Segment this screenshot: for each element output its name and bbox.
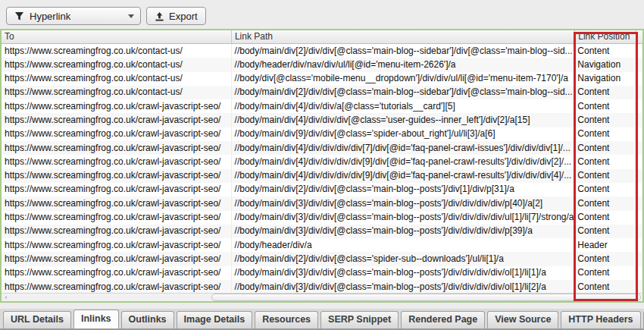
table-row[interactable]: https://www.screamingfrog.co.uk/crawl-ja…: [2, 225, 642, 238]
cell-spacer: [636, 127, 642, 141]
cell-spacer: [636, 183, 642, 196]
cell-link-path: //body/main/div[4]/div/div/div/div[9]/di…: [232, 169, 575, 183]
cell-spacer: [636, 266, 642, 280]
cell-to: https://www.screamingfrog.co.uk/contact-…: [2, 58, 232, 71]
cell-link-position: Content: [574, 266, 636, 280]
cell-to: https://www.screamingfrog.co.uk/crawl-ja…: [2, 211, 232, 225]
cell-to: https://www.screamingfrog.co.uk/crawl-ja…: [2, 252, 232, 266]
export-upload-icon: [155, 11, 164, 21]
cell-to: https://www.screamingfrog.co.uk/contact-…: [2, 72, 232, 86]
cell-to: https://www.screamingfrog.co.uk/crawl-ja…: [2, 196, 232, 210]
inlinks-table-panel: To Link Path Link Position https://www.s…: [0, 29, 644, 303]
table-row[interactable]: https://www.screamingfrog.co.uk/crawl-ja…: [2, 252, 642, 266]
cell-link-position: Content: [574, 44, 636, 58]
table-row[interactable]: https://www.screamingfrog.co.uk/crawl-ja…: [2, 238, 642, 252]
cell-link-path: //body/main/div[2]/div/div[@class='main-…: [232, 86, 575, 99]
cell-link-path: //body/main/div[4]/div/div/a[@class='tut…: [232, 99, 575, 113]
table-row[interactable]: https://www.screamingfrog.co.uk/crawl-ja…: [2, 141, 642, 155]
cell-spacer: [636, 113, 642, 127]
scrollbar-left-arrow-icon[interactable]: ‹: [2, 294, 11, 301]
cell-spacer: [636, 196, 642, 210]
cell-to: https://www.screamingfrog.co.uk/crawl-ja…: [2, 155, 232, 168]
cell-link-path: //body/main/div[2]/div/div[@class='main-…: [232, 44, 575, 58]
cell-link-position: Content: [574, 113, 636, 127]
chevron-down-icon: [128, 14, 134, 18]
toolbar: Hyperlink Export: [0, 0, 644, 29]
filter-dropdown-label: Hyperlink: [30, 11, 128, 22]
tab-http-headers[interactable]: HTTP Headers: [561, 311, 640, 328]
table-row[interactable]: https://www.screamingfrog.co.uk/crawl-ja…: [2, 113, 642, 127]
cell-link-path: //body/main/div[4]/div/div/div/div[7]/di…: [232, 141, 575, 155]
column-header-spacer: [636, 30, 642, 43]
table-row[interactable]: https://www.screamingfrog.co.uk/contact-…: [2, 44, 642, 58]
cell-to: https://www.screamingfrog.co.uk/crawl-ja…: [2, 99, 232, 113]
tab-rendered-page[interactable]: Rendered Page: [401, 311, 485, 328]
cell-link-path: //body/main/div[2]/div/div[@class='spide…: [232, 252, 575, 266]
cell-spacer: [636, 280, 642, 294]
table-row[interactable]: https://www.screamingfrog.co.uk/crawl-ja…: [2, 280, 642, 294]
table-body: https://www.screamingfrog.co.uk/contact-…: [2, 44, 642, 294]
cell-link-path: //body/main/div[3]/div/div[@class='main-…: [232, 266, 575, 280]
cell-to: https://www.screamingfrog.co.uk/crawl-ja…: [2, 266, 232, 280]
cell-to: https://www.screamingfrog.co.uk/crawl-ja…: [2, 238, 232, 252]
table-row[interactable]: https://www.screamingfrog.co.uk/crawl-ja…: [2, 211, 642, 225]
table-row[interactable]: https://www.screamingfrog.co.uk/crawl-ja…: [2, 266, 642, 280]
cell-spacer: [636, 141, 642, 155]
cell-to: https://www.screamingfrog.co.uk/contact-…: [2, 86, 232, 99]
table-row[interactable]: https://www.screamingfrog.co.uk/crawl-ja…: [2, 169, 642, 183]
horizontal-scrollbar-thumb[interactable]: [211, 294, 641, 301]
cell-spacer: [636, 86, 642, 99]
cell-to: https://www.screamingfrog.co.uk/crawl-ja…: [2, 127, 232, 141]
cell-spacer: [636, 169, 642, 183]
tab-view-source[interactable]: View Source: [487, 311, 558, 328]
cell-spacer: [636, 155, 642, 168]
cell-spacer: [636, 72, 642, 86]
table-row[interactable]: https://www.screamingfrog.co.uk/crawl-ja…: [2, 127, 642, 141]
table-row[interactable]: https://www.screamingfrog.co.uk/contact-…: [2, 58, 642, 71]
filter-dropdown[interactable]: Hyperlink: [6, 7, 141, 25]
tab-resources[interactable]: Resources: [255, 311, 318, 328]
filter-funnel-icon: [14, 11, 24, 21]
column-header-link-path[interactable]: Link Path: [232, 30, 575, 43]
tab-inlinks[interactable]: Inlinks: [73, 310, 119, 328]
table-row[interactable]: https://www.screamingfrog.co.uk/contact-…: [2, 72, 642, 86]
column-header-link-position[interactable]: Link Position: [575, 30, 636, 43]
cell-to: https://www.screamingfrog.co.uk/crawl-ja…: [2, 183, 232, 196]
table-row[interactable]: https://www.screamingfrog.co.uk/crawl-ja…: [2, 99, 642, 113]
cell-link-path: //body/main/div[3]/div/div[@class='main-…: [232, 211, 575, 225]
table-row[interactable]: https://www.screamingfrog.co.uk/crawl-ja…: [2, 155, 642, 168]
cell-to: https://www.screamingfrog.co.uk/crawl-ja…: [2, 280, 232, 294]
cell-link-path: //body/main/div[3]/div/div[@class='main-…: [232, 225, 575, 238]
export-button-label: Export: [169, 11, 198, 22]
cell-link-path: //body/header/div/nav/div/ul/li[@id='men…: [232, 58, 575, 71]
tab-url-details[interactable]: URL Details: [3, 311, 71, 328]
table-row[interactable]: https://www.screamingfrog.co.uk/crawl-ja…: [2, 183, 642, 196]
column-header-to[interactable]: To: [2, 30, 232, 43]
table-row[interactable]: https://www.screamingfrog.co.uk/contact-…: [2, 86, 642, 99]
cell-link-position: Content: [574, 127, 636, 141]
cell-link-position: Content: [574, 86, 636, 99]
cell-to: https://www.screamingfrog.co.uk/crawl-ja…: [2, 113, 232, 127]
table-row[interactable]: https://www.screamingfrog.co.uk/crawl-ja…: [2, 196, 642, 210]
cell-to: https://www.screamingfrog.co.uk/crawl-ja…: [2, 225, 232, 238]
tab-image-details[interactable]: Image Details: [177, 311, 253, 328]
cell-spacer: [636, 238, 642, 252]
cell-link-path: //body/main/div[3]/div/div[@class='main-…: [232, 196, 575, 210]
cell-link-position: Content: [574, 99, 636, 113]
cell-spacer: [636, 252, 642, 266]
cell-link-path: //body/main/div[2]/div/div[@class='main-…: [232, 183, 575, 196]
cell-link-path: //body/main/div[4]/div/div/div/div[9]/di…: [232, 155, 575, 168]
horizontal-scrollbar[interactable]: ‹: [2, 293, 642, 301]
cell-link-position: Content: [574, 183, 636, 196]
tab-serp-snippet[interactable]: SERP Snippet: [320, 311, 399, 328]
cell-link-position: Header: [574, 238, 636, 252]
cell-link-position: Content: [574, 225, 636, 238]
cell-link-path: //body/main/div[9]/div/div[@class='spide…: [232, 127, 575, 141]
cell-link-path: //body/div[@class='mobile-menu__dropdown…: [232, 72, 575, 86]
cell-link-position: Content: [574, 169, 636, 183]
tab-outlinks[interactable]: Outlinks: [121, 311, 174, 328]
export-button[interactable]: Export: [146, 7, 206, 25]
bottom-tab-bar: URL DetailsInlinksOutlinksImage DetailsR…: [0, 309, 644, 330]
cell-spacer: [636, 211, 642, 225]
cell-spacer: [636, 58, 642, 71]
